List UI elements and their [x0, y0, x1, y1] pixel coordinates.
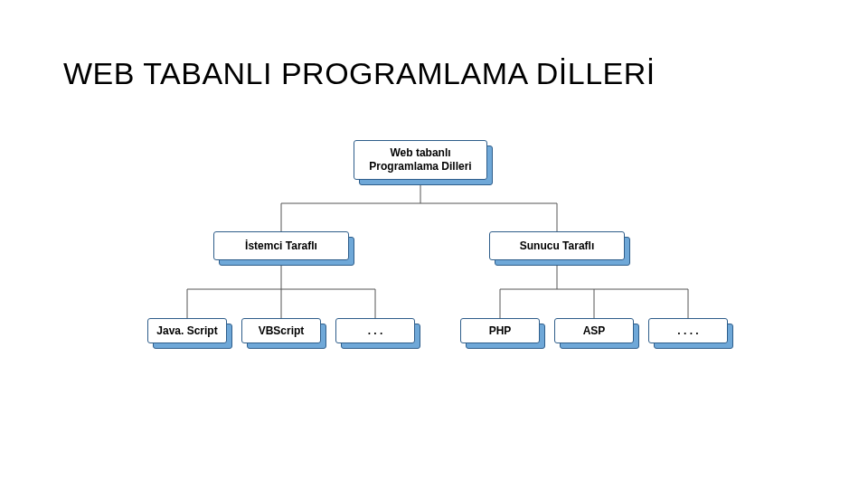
node-asp-label: ASP [554, 318, 634, 343]
node-javascript: Java. Script [147, 318, 227, 343]
node-root-label: Web tabanlı Programlama Dilleri [354, 140, 487, 180]
node-server: Sunucu Taraflı [489, 231, 625, 260]
node-root: Web tabanlı Programlama Dilleri [354, 140, 487, 180]
node-vbscript-label: VBScript [241, 318, 321, 343]
node-client-etc: . . . [335, 318, 415, 343]
node-server-label: Sunucu Taraflı [489, 231, 625, 260]
node-client-etc-label: . . . [335, 318, 415, 343]
node-client: İstemci Taraflı [213, 231, 349, 260]
node-server-etc: . . . . [648, 318, 728, 343]
node-server-etc-label: . . . . [648, 318, 728, 343]
node-javascript-label: Java. Script [147, 318, 227, 343]
node-vbscript: VBScript [241, 318, 321, 343]
connector-lines [0, 0, 868, 488]
node-client-label: İstemci Taraflı [213, 231, 349, 260]
node-php-label: PHP [460, 318, 540, 343]
node-asp: ASP [554, 318, 634, 343]
node-php: PHP [460, 318, 540, 343]
